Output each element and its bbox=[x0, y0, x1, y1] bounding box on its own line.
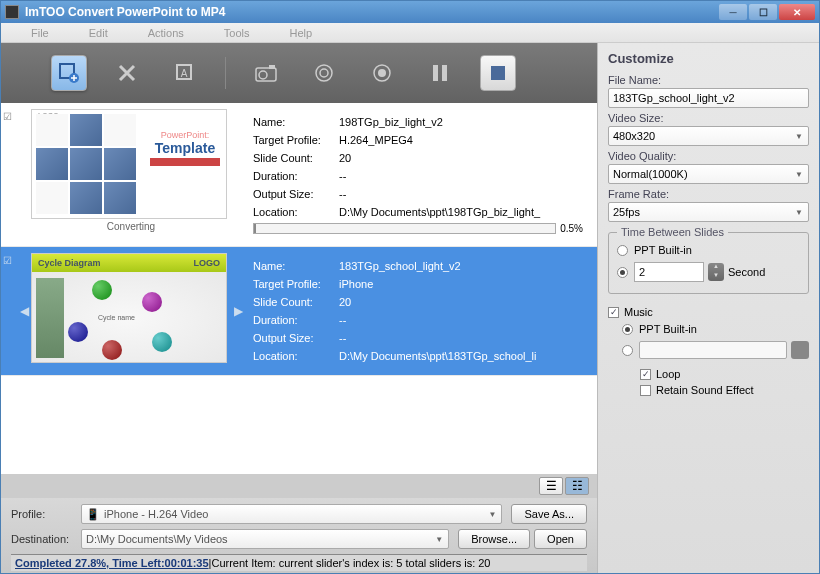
record-button[interactable] bbox=[364, 55, 400, 91]
item-name: 183TGp_school_light_v2 bbox=[339, 260, 583, 272]
item-thumbnail: LOGO PowerPoint: Template bbox=[31, 109, 227, 219]
prev-slide-button[interactable] bbox=[17, 109, 31, 240]
radio-music-custom[interactable] bbox=[622, 345, 633, 356]
chevron-down-icon: ▼ bbox=[792, 205, 806, 219]
loop-checkbox[interactable]: ✓ bbox=[640, 369, 651, 380]
delete-button[interactable] bbox=[109, 55, 145, 91]
minimize-button[interactable]: ─ bbox=[719, 4, 747, 20]
menu-tools[interactable]: Tools bbox=[204, 27, 270, 39]
chevron-down-icon: ▼ bbox=[792, 129, 806, 143]
target-icon bbox=[314, 63, 334, 83]
camera-icon bbox=[255, 64, 277, 82]
add-icon bbox=[58, 62, 80, 84]
progress-bar bbox=[253, 223, 556, 234]
videosize-combo[interactable]: 480x320▼ bbox=[608, 126, 809, 146]
radio-music-builtin[interactable] bbox=[622, 324, 633, 335]
menu-file[interactable]: File bbox=[11, 27, 69, 39]
list-item[interactable]: ☑ ◀ Cycle DiagramLOGO Cycle name bbox=[1, 247, 597, 376]
view-list-button[interactable]: ☰ bbox=[539, 477, 563, 495]
item-name: 198TGp_biz_light_v2 bbox=[339, 116, 583, 128]
svg-point-6 bbox=[259, 71, 267, 79]
maximize-button[interactable]: ☐ bbox=[749, 4, 777, 20]
pause-icon bbox=[432, 64, 448, 82]
radio-custom-seconds[interactable] bbox=[617, 267, 628, 278]
svg-text:A: A bbox=[181, 68, 188, 79]
music-path-input[interactable] bbox=[639, 341, 787, 359]
clear-icon: A bbox=[174, 62, 196, 84]
view-detail-button[interactable]: ☷ bbox=[565, 477, 589, 495]
seconds-input[interactable]: 2 bbox=[634, 262, 704, 282]
stop-button[interactable] bbox=[480, 55, 516, 91]
menubar: File Edit Actions Tools Help bbox=[1, 23, 819, 43]
view-toggle: ☰ ☷ bbox=[1, 474, 597, 498]
customize-panel: Customize File Name: 183TGp_school_light… bbox=[597, 43, 819, 573]
svg-rect-11 bbox=[433, 65, 438, 81]
pause-button[interactable] bbox=[422, 55, 458, 91]
toolbar: A bbox=[1, 43, 597, 103]
svg-point-8 bbox=[320, 69, 328, 77]
svg-rect-13 bbox=[491, 66, 505, 80]
delete-icon bbox=[117, 63, 137, 83]
list-item[interactable]: ☑ LOGO PowerPoint: Temp bbox=[1, 103, 597, 247]
menu-edit[interactable]: Edit bbox=[69, 27, 128, 39]
retain-checkbox[interactable] bbox=[640, 385, 651, 396]
item-status: Converting bbox=[31, 221, 231, 232]
close-button[interactable]: ✕ bbox=[779, 4, 815, 20]
menu-help[interactable]: Help bbox=[269, 27, 332, 39]
item-list: ☑ LOGO PowerPoint: Temp bbox=[1, 103, 597, 474]
status-bar: Completed 27.8%, Time Left:00:01:35|Curr… bbox=[11, 554, 587, 571]
settings-button[interactable] bbox=[306, 55, 342, 91]
svg-rect-5 bbox=[269, 65, 275, 69]
next-slide-button[interactable]: ▶ bbox=[231, 253, 245, 369]
framerate-combo[interactable]: 25fps▼ bbox=[608, 202, 809, 222]
music-checkbox[interactable]: ✓ bbox=[608, 307, 619, 318]
destination-combo[interactable]: D:\My Documents\My Videos ▼ bbox=[81, 529, 449, 549]
seconds-spinner[interactable]: ▲▼ bbox=[708, 263, 724, 281]
clear-button[interactable]: A bbox=[167, 55, 203, 91]
app-title: ImTOO Convert PowerPoint to MP4 bbox=[25, 5, 225, 19]
open-button[interactable]: Open bbox=[534, 529, 587, 549]
next-slide-button[interactable] bbox=[231, 109, 245, 240]
music-browse-button[interactable] bbox=[791, 341, 809, 359]
filename-input[interactable]: 183TGp_school_light_v2 bbox=[608, 88, 809, 108]
svg-rect-12 bbox=[442, 65, 447, 81]
profile-combo[interactable]: 📱 iPhone - H.264 Video ▼ bbox=[81, 504, 502, 524]
saveas-button[interactable]: Save As... bbox=[511, 504, 587, 524]
add-button[interactable] bbox=[51, 55, 87, 91]
menu-actions[interactable]: Actions bbox=[128, 27, 204, 39]
svg-point-7 bbox=[316, 65, 332, 81]
svg-point-10 bbox=[378, 69, 386, 77]
bottom-panel: Profile: 📱 iPhone - H.264 Video ▼ Save A… bbox=[1, 498, 597, 573]
app-icon bbox=[5, 5, 19, 19]
radio-ppt-builtin[interactable] bbox=[617, 245, 628, 256]
item-thumbnail: Cycle DiagramLOGO Cycle name bbox=[31, 253, 227, 363]
chevron-down-icon: ▼ bbox=[432, 532, 446, 546]
item-checkbox[interactable]: ☑ bbox=[3, 109, 17, 240]
panel-title: Customize bbox=[608, 51, 809, 66]
prev-slide-button[interactable]: ◀ bbox=[17, 253, 31, 369]
stop-icon bbox=[490, 65, 506, 81]
app-window: ImTOO Convert PowerPoint to MP4 ─ ☐ ✕ Fi… bbox=[0, 0, 820, 574]
snapshot-button[interactable] bbox=[248, 55, 284, 91]
chevron-down-icon: ▼ bbox=[792, 167, 806, 181]
record-icon bbox=[372, 63, 392, 83]
chevron-down-icon: ▼ bbox=[485, 507, 499, 521]
time-between-group: Time Between Slides PPT Built-in 2 ▲▼ Se… bbox=[608, 232, 809, 294]
item-checkbox[interactable]: ☑ bbox=[3, 253, 17, 369]
titlebar: ImTOO Convert PowerPoint to MP4 ─ ☐ ✕ bbox=[1, 1, 819, 23]
browse-button[interactable]: Browse... bbox=[458, 529, 530, 549]
videoquality-combo[interactable]: Normal(1000K)▼ bbox=[608, 164, 809, 184]
